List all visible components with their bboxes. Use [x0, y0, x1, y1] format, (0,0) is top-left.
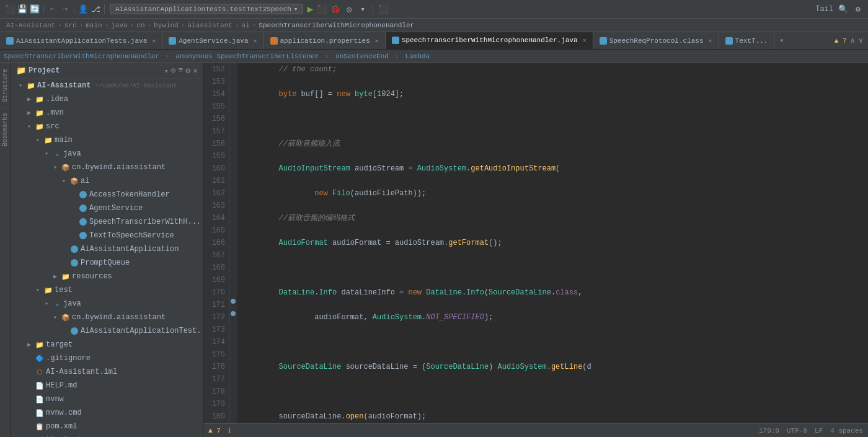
tree-resources[interactable]: ▶ 📁 resources	[11, 270, 203, 283]
bc-cn[interactable]: cn	[136, 22, 144, 29]
user-icon[interactable]: 👤	[78, 4, 88, 14]
warning-count: ▲ 7	[208, 427, 221, 435]
bc-java[interactable]: java	[111, 22, 127, 29]
second-tab-main[interactable]: SpeechTranscriberWithMicrophoneHandler	[4, 53, 159, 60]
code-line-159: AudioFormat audioFormat = audioStream.ge…	[243, 237, 868, 249]
bc-aiassistant[interactable]: aiassistant	[187, 22, 232, 29]
forward-icon[interactable]: →	[60, 4, 70, 14]
bc-ai-assistant[interactable]: AI-Assistant	[6, 22, 55, 29]
tree-help[interactable]: ▶ 📄 HELP.md	[11, 379, 203, 392]
bc-file[interactable]: SpeechTranscriberWithMicrophoneHandler	[259, 22, 414, 29]
close-speech-icon[interactable]: ✕	[583, 37, 587, 44]
folder-icon-resources: 📁	[61, 271, 71, 281]
collapse-icon[interactable]: ≡	[179, 66, 184, 76]
settings-gear-icon[interactable]: ⚙	[185, 66, 190, 76]
tree-prompt-queue[interactable]: ▶ PromptQueue	[11, 256, 203, 270]
close-agent-icon[interactable]: ✕	[253, 37, 257, 45]
save-icon[interactable]: 💾	[17, 4, 27, 14]
tree-java[interactable]: ▾ ☕ java	[11, 147, 203, 161]
tree-agent-service[interactable]: ▶ AgentService	[11, 201, 203, 215]
bc-bywind[interactable]: bywind	[154, 22, 179, 29]
code-line-166: sourceDataLine.open(audioFormat);	[243, 410, 868, 423]
tree-ai-pkg[interactable]: ▾ 📦 ai	[11, 174, 203, 188]
code-line-163	[243, 336, 868, 348]
tree-test-java[interactable]: ▾ ☕ java	[11, 297, 203, 311]
refresh-icon[interactable]: 🔄	[30, 4, 40, 14]
bc-ai[interactable]: ai	[242, 22, 250, 29]
search-icon[interactable]: 🔍	[838, 4, 848, 14]
coverage-icon[interactable]: ◎	[344, 4, 354, 14]
build-icon[interactable]: ⬛	[317, 4, 327, 14]
bookmarks-tab[interactable]: Bookmarks	[1, 107, 10, 151]
expand-java: ▾	[42, 150, 51, 157]
tree-access-token[interactable]: ▶ AccessTokenHandler	[11, 188, 203, 201]
tree-target[interactable]: ▶ 📁 target	[11, 338, 203, 351]
code-scroll[interactable]: 152 153 154 155 156 157 158 159 160 161 …	[203, 63, 868, 423]
ln-175: 175	[203, 348, 225, 361]
structure-tab[interactable]: Structure	[1, 63, 10, 107]
ln-166: 166	[203, 237, 225, 249]
tab-protocol[interactable]: SpeechReqProtocol.class ✕	[593, 32, 719, 49]
second-tab-listener[interactable]: anonymous SpeechTranscriberListener	[175, 53, 319, 60]
locate-icon[interactable]: ⊙	[171, 66, 176, 76]
close-props-icon[interactable]: ✕	[375, 37, 379, 45]
settings-icon[interactable]: ⚙	[853, 4, 863, 14]
run-config-selector[interactable]: AiAssistantApplicationTests.testText2Spe…	[110, 4, 303, 14]
chevron-down-icon[interactable]: ∨	[859, 36, 863, 45]
line-sep-indicator: LF	[815, 427, 823, 435]
package-icon-test: 📦	[61, 312, 71, 322]
tree-wav[interactable]: ▶ 🎵 tts_test.wav	[11, 433, 203, 437]
tab-overflow-button[interactable]: ▾	[777, 32, 786, 49]
tab-text[interactable]: TextT...	[719, 32, 775, 49]
no-expand-git: ▶	[25, 355, 33, 362]
tree-root[interactable]: ▾ 📁 AI-Assistant ~/code/me/AI-Assistant	[11, 79, 203, 92]
stop-icon[interactable]: ⬛	[378, 4, 388, 14]
tree-gitignore[interactable]: ▶ 🔷 .gitignore	[11, 351, 203, 365]
bc-main[interactable]: main	[86, 22, 102, 29]
code-line-162: audioFormat, AudioSystem.NOT_SPECIFIED);	[243, 311, 868, 324]
tree-idea[interactable]: ▶ 📁 .idea	[11, 92, 203, 106]
tree-main[interactable]: ▾ 📁 main	[11, 133, 203, 147]
class-icon-apptest	[69, 326, 79, 336]
expand-main: ▾	[33, 136, 42, 144]
tab-speech-handler[interactable]: SpeechTranscriberWithMicrophoneHandler.j…	[386, 32, 593, 49]
tree-mvnw[interactable]: ▶ 📄 mvnw	[11, 392, 203, 406]
ln-174: 174	[203, 336, 225, 348]
debug-icon[interactable]: 🐞	[330, 4, 340, 14]
tree-test[interactable]: ▾ 📁 test	[11, 283, 203, 297]
close-protocol-icon[interactable]: ✕	[709, 37, 712, 45]
tree-test-package[interactable]: ▾ 📦 cn.bywind.aiassistant	[11, 311, 203, 324]
tree-main-app[interactable]: ▶ AiAssistantApplication	[11, 242, 203, 256]
tab-properties[interactable]: application.properties ✕	[264, 32, 386, 49]
tree-mvn[interactable]: ▶ 📁 .mvn	[11, 106, 203, 120]
menu-icon[interactable]: ⬛	[5, 4, 15, 14]
second-tab-lambda[interactable]: Lambda	[405, 53, 430, 60]
tree-pom[interactable]: ▶ 📋 pom.xml	[11, 420, 203, 433]
tree-src[interactable]: ▾ 📁 src	[11, 120, 203, 133]
second-tab-onsentenceend[interactable]: onSentenceEnd	[335, 53, 389, 60]
project-dropdown-icon[interactable]: ▾	[164, 67, 169, 75]
tree-tts[interactable]: ▶ TextToSpeechService	[11, 229, 203, 242]
ln-176: 176	[203, 361, 225, 373]
no-expand-pq: ▶	[60, 259, 68, 267]
tabs-bar: AiAssistantApplicationTests.java ✕ Agent…	[0, 32, 868, 50]
back-icon[interactable]: ←	[48, 4, 58, 14]
tab-tests[interactable]: AiAssistantApplicationTests.java ✕	[0, 32, 162, 49]
tree-app-test[interactable]: ▶ AiAssistantApplicationTest...	[11, 324, 203, 338]
chevron-up-icon[interactable]: ∧	[851, 36, 855, 45]
run-button[interactable]: ▶	[307, 3, 313, 15]
tree-iml[interactable]: ▶ ⬡ AI-Assistant.iml	[11, 365, 203, 379]
hide-icon[interactable]: ✕	[193, 66, 198, 76]
app-test-label: AiAssistantApplicationTest...	[81, 327, 203, 335]
ln-152: 152	[203, 63, 225, 76]
code-content[interactable]: // the count; byte buf[] = new byte[1024…	[237, 63, 868, 423]
class-icon-app	[69, 244, 79, 254]
more-run-icon[interactable]: ▾	[358, 4, 368, 14]
tree-speech-handler[interactable]: ▶ SpeechTranscriberWithH...	[11, 215, 203, 229]
tab-agentservice[interactable]: AgentService.java ✕	[162, 32, 264, 49]
tree-mvnw-cmd[interactable]: ▶ 📄 mvnw.cmd	[11, 406, 203, 420]
close-tests-icon[interactable]: ✕	[152, 37, 156, 45]
vcs-icon[interactable]: ⎇	[91, 4, 100, 14]
tree-package-main[interactable]: ▾ 📦 cn.bywind.aiassistant	[11, 161, 203, 174]
bc-src[interactable]: src	[64, 22, 77, 29]
